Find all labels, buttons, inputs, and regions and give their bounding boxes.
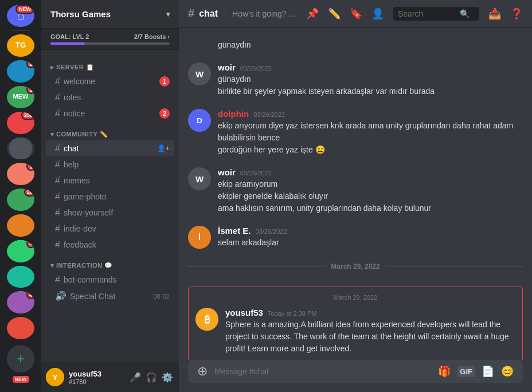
channel-feedback[interactable]: # feedback [46,237,174,253]
pin-icon[interactable]: 📌 [306,7,319,20]
message-content: yousuf53 Today at 2:38 PM Sphere is a am… [225,308,515,355]
channel-badge-welcome: 1 [159,76,170,87]
server-icon-2[interactable]: 2 [7,60,34,83]
message-content: dolphin 03/26/2022 ekip arıyorum diye ya… [218,109,523,156]
channels-list: ▸ SERVER 📋 # welcome 1 # roles # notice … [41,50,179,362]
message-author: dolphin [218,109,249,119]
boost-count: 2/7 Boosts › [134,33,170,40]
avatar: W [188,62,211,85]
server-bar: ⌂ NEW TG 2 MEW 1 258 1 26 3 4 [0,0,41,392]
hash-icon: # [55,191,60,202]
channel-roles[interactable]: # roles [46,89,174,105]
category-server[interactable]: ▸ SERVER 📋 [41,54,179,73]
channel-name-indie-dev: indie-dev [64,224,170,233]
channel-name-chat: chat [64,144,154,153]
badge-11: 4 [26,291,34,299]
hash-icon: # [55,76,60,87]
help-icon[interactable]: ❓ [510,7,523,20]
message-input-box: ⊕ 🎁 GIF 📄 😊 [188,360,523,383]
badge-4: 258 [21,112,34,120]
server-icon-11[interactable]: 4 [7,291,34,313]
server-header[interactable]: Thorsu Games ▾ [41,0,179,29]
channel-help[interactable]: # help [46,156,174,173]
category-interaction[interactable]: ▾ INTERACTION 💬 [41,253,179,272]
avatar: D [188,109,211,132]
topbar-divider [225,7,225,21]
settings-button[interactable]: ⚙️ [161,371,174,384]
hash-icon: # [55,175,60,186]
message-input[interactable] [214,360,431,383]
svg-text:TG: TG [15,41,26,49]
channel-name-show-yourself: show-yourself [64,208,170,217]
add-attachment-button[interactable]: ⊕ [197,364,208,379]
date-divider: March 29, 2022 [188,262,523,271]
user-info: yousuf53 #1780 [69,370,124,385]
svg-text:İ: İ [198,233,201,242]
emoji-icon[interactable]: 😊 [501,365,514,378]
server-icon-9[interactable]: 3 [7,240,34,262]
channel-name-game-photo: game-photo [64,192,170,201]
home-button[interactable]: ⌂ NEW [7,5,34,27]
channel-special-chat[interactable]: 🔊 Special Chat 00 02 [46,288,174,304]
edit-icon[interactable]: ✏️ [328,7,341,20]
deafen-button[interactable]: 🎧 [144,371,158,384]
hash-icon: # [55,275,60,285]
avatar: İ [188,226,211,249]
svg-point-6 [9,138,32,160]
channel-notice[interactable]: # notice 2 [46,105,174,121]
user-controls: 🎤 🎧 ⚙️ [128,371,174,384]
channel-show-yourself[interactable]: # show-yourself [46,205,174,221]
message-text: gördüğün her yere yaz işte 😄 [218,144,523,156]
hash-icon: # [55,240,60,250]
badge-mew: 1 [26,86,34,94]
channel-chat[interactable]: # chat 👤+ [46,140,174,156]
hash-icon: # [55,159,60,170]
message-timestamp: Today at 2:38 PM [268,310,317,317]
badge-9: 3 [26,240,34,248]
mute-button[interactable]: 🎤 [128,371,142,384]
server-name: Thorsu Games [50,9,111,19]
avatar: ₿ [195,308,218,331]
message-group: İ İsmet E. 03/26/2022 selam arkadaşlar [188,224,523,251]
hash-icon: # [55,224,60,234]
messages-area: günaydın W woir 03/26/2022 günaydın birl… [179,28,532,360]
add-member-icon[interactable]: 👤 [371,7,384,20]
message-author: yousuf53 [225,308,263,317]
search-bar[interactable]: 🔍 [393,7,479,21]
top-bar: # chat How's it going? ... 📌 ✏️ 🔖 👤 🔍 📥 … [179,0,532,28]
category-community[interactable]: ▾ COMMUNITY ✏️ [41,121,179,140]
username: yousuf53 [69,370,124,378]
hash-icon: # [55,92,60,103]
add-member-icon[interactable]: 👤+ [157,144,170,152]
bookmark-icon[interactable]: 🔖 [350,7,362,20]
add-server-button[interactable]: + [7,345,34,373]
sticker-icon[interactable]: 📄 [482,365,494,378]
message-group: W woir 03/26/2022 günaydın birlikte bir … [188,60,523,100]
inbox-icon[interactable]: 📥 [488,7,501,20]
channel-welcome[interactable]: # welcome 1 [46,73,174,89]
server-icon-10[interactable] [7,266,34,288]
gift-icon[interactable]: 🎁 [438,365,451,378]
server-icon-8[interactable] [7,214,34,237]
topbar-actions: 📌 ✏️ 🔖 👤 🔍 📥 ❓ [306,7,523,21]
message-group: W woir 03/26/2022 ekip aramıyorum ekiple… [188,165,523,217]
server-icon-4[interactable]: 258 [7,112,34,134]
message-text: ekipler genelde kalabalık oluyır [218,190,523,202]
message-text: ekip arıyorum diye yaz istersen knk arad… [218,120,523,144]
input-area: ⊕ 🎁 GIF 📄 😊 [179,360,532,392]
channel-indie-dev[interactable]: # indie-dev [46,221,174,237]
channel-memes[interactable]: # memes [46,173,174,189]
server-icon-7[interactable]: 26 [7,189,34,211]
search-input[interactable] [398,9,455,18]
input-actions: 🎁 GIF 📄 😊 [438,365,514,378]
server-icon-thorsu[interactable]: TG [7,34,34,57]
server-icon-5[interactable] [7,138,34,160]
server-icon-12[interactable] [7,317,34,339]
server-icon-6[interactable]: 1 [7,163,34,185]
channel-game-photo[interactable]: # game-photo [46,189,174,205]
server-icon-mew[interactable]: MEW 1 [7,86,34,108]
badge-2: 2 [26,60,34,68]
gif-icon[interactable]: GIF [457,366,475,377]
category-server-label: ▸ SERVER 📋 [50,64,94,71]
channel-bot-commands[interactable]: # bot-commands [46,272,174,288]
